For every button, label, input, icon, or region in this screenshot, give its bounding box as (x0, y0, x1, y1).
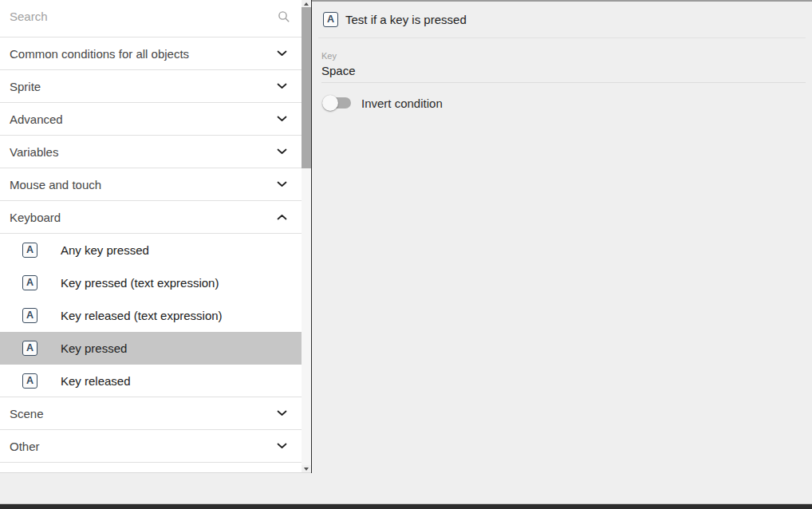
keyboard-key-icon: A (22, 373, 37, 389)
scrollbar-thumb[interactable] (302, 7, 311, 168)
chevron-up-icon (277, 214, 287, 220)
condition-label: Key pressed (61, 341, 127, 355)
chevron-down-icon (277, 443, 287, 449)
chevron-down-icon (277, 410, 287, 416)
chevron-down-icon (277, 148, 287, 155)
sidebar-scrollbar[interactable] (302, 0, 311, 473)
triangle-up-icon (304, 2, 309, 6)
category-common-conditions[interactable]: Common conditions for all objects (0, 37, 302, 70)
window-bottom-edge (0, 503, 812, 509)
condition-label: Key released (61, 374, 131, 388)
category-label: Common conditions for all objects (10, 47, 189, 61)
category-variables[interactable]: Variables (0, 136, 302, 168)
condition-key-pressed-text-expression[interactable]: A Key pressed (text expression) (0, 266, 302, 299)
key-field-underline (321, 82, 806, 83)
scroll-up-button[interactable] (302, 0, 311, 7)
condition-category-list: Common conditions for all objects Sprite… (0, 0, 302, 473)
keyboard-key-icon: A (323, 12, 338, 27)
condition-detail-panel: A Test if a key is pressed Key Space Inv… (312, 0, 812, 473)
keyboard-key-icon: A (22, 341, 37, 356)
dialog-content: Common conditions for all objects Sprite… (0, 0, 812, 473)
condition-label: Any key pressed (61, 243, 149, 257)
toggle-thumb (322, 95, 338, 111)
keyboard-key-icon: A (22, 275, 37, 290)
search-icon (278, 10, 290, 23)
chevron-down-icon (277, 116, 287, 122)
detail-header: A Test if a key is pressed (312, 2, 812, 37)
category-scene[interactable]: Scene (0, 397, 302, 430)
chevron-down-icon (277, 50, 287, 57)
keyboard-key-icon: A (22, 243, 37, 258)
invert-condition-label: Invert condition (361, 97, 443, 110)
triangle-down-icon (304, 468, 309, 471)
category-label: Variables (10, 145, 58, 159)
condition-key-released[interactable]: A Key released (0, 365, 302, 397)
category-other[interactable]: Other (0, 430, 302, 463)
key-field-value[interactable]: Space (321, 64, 806, 77)
search-input[interactable] (0, 0, 302, 37)
category-label: Advanced (10, 112, 63, 126)
category-label: Keyboard (10, 211, 61, 224)
category-advanced[interactable]: Advanced (0, 103, 302, 136)
category-label: Other (10, 440, 40, 453)
condition-key-released-text-expression[interactable]: A Key released (text expression) (0, 299, 302, 332)
condition-any-key-pressed[interactable]: A Any key pressed (0, 234, 302, 266)
key-field: Key Space (321, 51, 806, 83)
invert-condition-row: Invert condition (322, 95, 802, 111)
key-field-label: Key (321, 51, 806, 61)
header-divider (318, 37, 806, 38)
chevron-down-icon (277, 83, 287, 89)
category-keyboard[interactable]: Keyboard (0, 201, 302, 234)
keyboard-key-icon: A (22, 308, 37, 323)
condition-label: Key pressed (text expression) (61, 276, 219, 290)
condition-title: Test if a key is pressed (345, 13, 467, 26)
category-label: Mouse and touch (10, 178, 101, 191)
dialog-footer (0, 473, 812, 503)
invert-condition-toggle[interactable] (322, 95, 353, 111)
category-mouse-and-touch[interactable]: Mouse and touch (0, 168, 302, 201)
condition-label: Key released (text expression) (61, 309, 223, 322)
category-label: Scene (10, 407, 44, 420)
category-sprite[interactable]: Sprite (0, 70, 302, 103)
scroll-down-button[interactable] (302, 465, 311, 472)
chevron-down-icon (277, 181, 287, 187)
condition-picker-dialog: Common conditions for all objects Sprite… (0, 0, 812, 509)
search-row (0, 0, 302, 37)
condition-key-pressed[interactable]: A Key pressed (0, 332, 302, 365)
category-label: Sprite (10, 80, 41, 93)
